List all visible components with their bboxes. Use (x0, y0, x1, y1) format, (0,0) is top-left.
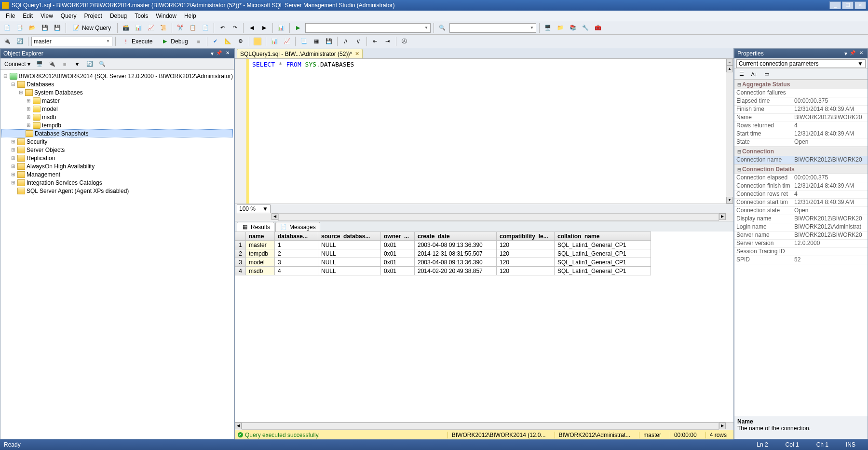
expander-icon[interactable]: ⊟ (736, 82, 742, 87)
include-stats-button[interactable]: 📈 (282, 36, 292, 47)
property-row[interactable]: SPID52 (734, 256, 868, 264)
results-grid[interactable]: namedatabase...source_databas...owner_..… (235, 232, 651, 275)
oe-connect-button[interactable]: 🖥️ (34, 59, 45, 69)
results-hscroll-left-icon[interactable]: ◀ (235, 423, 242, 429)
results-text-button[interactable]: 📃 (298, 36, 309, 47)
results-col-header[interactable]: owner_... (381, 232, 415, 241)
nav-fwd-button[interactable]: ▶ (259, 23, 270, 33)
row-header[interactable]: 4 (235, 267, 246, 275)
query-options-button[interactable]: ⚙ (235, 36, 246, 47)
comment-button[interactable]: // (340, 36, 351, 47)
add-button[interactable]: 📑 (14, 23, 25, 33)
property-row[interactable]: Start time12/31/2014 8:40:39 AM (734, 130, 868, 138)
oe-disconnect-button[interactable]: 🔌 (47, 59, 57, 69)
specify-values-button[interactable]: Ⓐ (399, 36, 410, 47)
property-row[interactable]: Login nameBIWORK2012\Administrat (734, 223, 868, 232)
menu-help[interactable]: Help (180, 12, 200, 20)
messages-tab[interactable]: 📄Messages (275, 222, 320, 232)
debug-button[interactable]: ▶Debug (158, 36, 191, 47)
expander-icon[interactable]: ⊞ (10, 180, 16, 185)
tree-db-master[interactable]: ⊞master (1, 96, 233, 105)
mdx-query-button[interactable]: 📊 (133, 23, 144, 33)
expander-icon[interactable]: ⊞ (10, 172, 16, 177)
menu-file[interactable]: File (2, 12, 19, 20)
cell-name[interactable]: master (246, 241, 275, 249)
tree-security[interactable]: ⊞Security (1, 137, 233, 146)
property-row[interactable]: Connection nameBIWORK2012\BIWORK20 (734, 156, 868, 164)
expander-icon[interactable]: ⊟ (736, 149, 742, 154)
property-pages-button[interactable]: ▭ (761, 69, 772, 80)
menu-query[interactable]: Query (57, 12, 81, 20)
results-col-header[interactable]: compatibility_le... (497, 232, 555, 241)
results-file-button[interactable]: 💾 (324, 36, 334, 47)
expander-icon[interactable]: ⊟ (18, 90, 24, 95)
start-button[interactable]: ▶ (293, 23, 303, 33)
intellisense-button[interactable] (252, 36, 263, 47)
cell-coll[interactable]: SQL_Latin1_General_CP1 (555, 241, 651, 249)
tree-agent-node[interactable]: SQL Server Agent (Agent XPs disabled) (1, 187, 233, 195)
parse-button[interactable]: ✔ (210, 36, 221, 47)
properties-grid[interactable]: ⊟ Aggregate StatusConnection failuresEla… (734, 80, 868, 416)
copy-button[interactable]: 📋 (188, 23, 198, 33)
results-row[interactable]: 2 tempdb 2 NULL 0x01 2014-12-31 08:31:55… (235, 249, 651, 258)
uncomment-button[interactable]: // (353, 36, 364, 47)
cancel-query-button[interactable]: ■ (193, 36, 204, 47)
tree-database-snapshots-node[interactable]: Database Snapshots (1, 129, 233, 137)
zoom-combo[interactable]: 100 %▼ (237, 205, 271, 213)
expander-icon[interactable]: ⊞ (26, 106, 31, 111)
activity-monitor-button[interactable]: 📊 (276, 23, 286, 33)
connect2-button[interactable]: 🔌 (2, 36, 13, 47)
cell-src[interactable]: NULL (318, 249, 381, 258)
close-window-button[interactable]: ✕ (854, 1, 866, 9)
menu-edit[interactable]: Edit (19, 12, 37, 20)
tab-close-icon[interactable]: ✕ (355, 51, 359, 57)
property-row[interactable]: Connection rows ret4 (734, 191, 868, 199)
property-row[interactable]: Connection stateOpen (734, 207, 868, 215)
tree-system-databases-node[interactable]: ⊟System Databases (1, 88, 233, 96)
menu-view[interactable]: View (37, 12, 57, 20)
results-col-header[interactable]: name (246, 232, 275, 241)
xmla-query-button[interactable]: 📜 (158, 23, 169, 33)
tree-db-msdb[interactable]: ⊞msdb (1, 113, 233, 121)
solution-config-combo[interactable]: ▼ (305, 23, 431, 33)
menu-window[interactable]: Window (152, 12, 180, 20)
tree-server-node[interactable]: ⊟BIWORK2012\BIWORK2014 (SQL Server 12.0.… (1, 72, 233, 80)
document-tab[interactable]: SQLQuery1.sql - BIW...\Administrator (52… (237, 49, 363, 58)
cell-coll[interactable]: SQL_Latin1_General_CP1 (555, 249, 651, 258)
cell-name[interactable]: msdb (246, 267, 275, 275)
row-header[interactable]: 1 (235, 241, 246, 249)
scroll-down-icon[interactable]: ▼ (726, 197, 733, 204)
menu-project[interactable]: Project (81, 12, 106, 20)
pin-icon[interactable]: 📌 (216, 50, 222, 57)
cell-name[interactable]: tempdb (246, 249, 275, 258)
expander-icon[interactable]: ⊞ (10, 147, 16, 152)
property-row[interactable]: Connection failures (734, 89, 868, 97)
results-tab[interactable]: ▦Results (237, 222, 274, 232)
property-row[interactable]: Connection elapsed00:00:00.375 (734, 174, 868, 182)
restore-button[interactable]: ❐ (842, 1, 854, 9)
registered-srv-button[interactable]: 🖥️ (542, 23, 553, 33)
cell-owner[interactable]: 0x01 (381, 267, 415, 275)
scroll-up-icon[interactable]: ▲ (726, 66, 733, 72)
cell-owner[interactable]: 0x01 (381, 258, 415, 267)
results-col-header[interactable]: database... (275, 232, 318, 241)
include-plan-button[interactable]: 📊 (269, 36, 280, 47)
tree-db-tempdb[interactable]: ⊞tempdb (1, 121, 233, 129)
cell-name[interactable]: model (246, 258, 275, 267)
expander-icon[interactable]: ⊟ (736, 167, 742, 172)
editor-horizontal-scrollbar[interactable] (278, 213, 719, 221)
results-hscroll-right-icon[interactable]: ▶ (719, 423, 726, 429)
results-row[interactable]: 3 model 3 NULL 0x01 2003-04-08 09:13:36.… (235, 258, 651, 267)
results-col-header[interactable]: collation_name (555, 232, 651, 241)
expander-icon[interactable]: ⊞ (26, 114, 31, 120)
object-explorer-tree[interactable]: ⊟BIWORK2012\BIWORK2014 (SQL Server 12.0.… (0, 70, 234, 439)
redo-button[interactable]: ↷ (230, 23, 240, 33)
cell-dbid[interactable]: 3 (275, 258, 318, 267)
editor-text-area[interactable]: SELECT * FROM SYS.DATABASES (249, 59, 726, 204)
decrease-indent-button[interactable]: ⇤ (370, 36, 380, 47)
cell-compat[interactable]: 120 (497, 267, 555, 275)
tree-alwayson-high-availability[interactable]: ⊞AlwaysOn High Availability (1, 162, 233, 170)
alphabetical-button[interactable]: A↓ (749, 69, 760, 80)
tree-databases-node[interactable]: ⊟Databases (1, 80, 233, 88)
tree-replication[interactable]: ⊞Replication (1, 154, 233, 162)
